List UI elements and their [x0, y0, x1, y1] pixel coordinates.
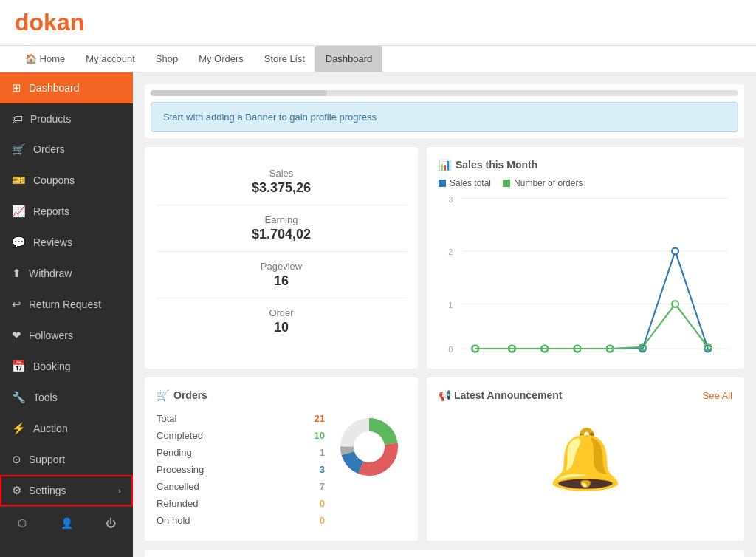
order-row-onhold: On hold 0	[157, 512, 325, 529]
sidebar-label-tools: Tools	[33, 392, 58, 403]
svg-text:02 Sep: 02 Sep	[490, 355, 514, 357]
settings-icon: ⚙	[12, 484, 21, 497]
donut-chart	[332, 410, 406, 484]
announce-icon: 📢	[439, 389, 451, 401]
order-completed-label: Completed	[157, 430, 203, 441]
stat-pageview: Pageview 16	[157, 252, 406, 298]
nav-shop[interactable]: Shop	[145, 46, 188, 72]
order-cancelled-label: Cancelled	[157, 481, 199, 492]
svg-text:1: 1	[448, 301, 453, 310]
reviews-icon: 💬	[12, 236, 26, 249]
power-icon: ⏻	[106, 517, 116, 529]
reviews-box: 💬 Reviews	[145, 550, 744, 557]
svg-text:2: 2	[448, 248, 453, 257]
nav-bar: 🏠 Home My account Shop My Orders Store L…	[0, 46, 756, 72]
sidebar-label-return: Return Request	[29, 298, 101, 310]
sidebar-item-booking[interactable]: 📅 Booking	[0, 351, 133, 382]
banner-notice: Start with adding a Banner to gain profi…	[151, 102, 738, 132]
sidebar-bottom: ⬡ 👤 ⏻	[0, 506, 133, 539]
order-processing-label: Processing	[157, 464, 204, 475]
orders-announce-row: 🛒 Orders Total 21 Completed 10	[145, 377, 744, 541]
order-row-cancelled: Cancelled 7	[157, 478, 325, 495]
chart-title: 📊 Sales this Month	[439, 159, 732, 171]
sidebar-item-coupons[interactable]: 🎫 Coupons	[0, 165, 133, 196]
stat-sales: Sales $3.375,26	[157, 159, 406, 205]
order-processing-count: 3	[320, 464, 325, 475]
orders-box-title: 🛒 Orders	[157, 389, 406, 401]
sidebar-item-dashboard[interactable]: ⊞ Dashboard	[0, 72, 133, 103]
order-onhold-label: On hold	[157, 515, 190, 526]
sidebar-item-return-request[interactable]: ↩ Return Request	[0, 289, 133, 320]
sidebar-item-reviews[interactable]: 💬 Reviews	[0, 227, 133, 258]
earning-value: $1.704,02	[157, 227, 406, 242]
svg-point-22	[672, 301, 678, 307]
order-onhold-count: 0	[320, 515, 325, 526]
sales-value: $3.375,26	[157, 180, 406, 196]
progress-track	[151, 90, 738, 96]
sidebar-power-btn[interactable]: ⏻	[89, 507, 133, 539]
see-all-link[interactable]: See All	[703, 390, 732, 401]
chart-legend: Sales total Number of orders	[439, 178, 732, 188]
main-layout: ⊞ Dashboard 🏷 Products 🛒 Orders 🎫 Coupon…	[0, 72, 756, 557]
sidebar: ⊞ Dashboard 🏷 Products 🛒 Orders 🎫 Coupon…	[0, 72, 133, 557]
svg-text:06 Sep: 06 Sep	[631, 355, 655, 357]
stats-box: Sales $3.375,26 Earning $1.704,02 Pagevi…	[145, 147, 418, 369]
sidebar-label-reports: Reports	[33, 205, 69, 217]
nav-dashboard[interactable]: Dashboard	[315, 46, 383, 72]
sidebar-label-orders: Orders	[33, 143, 65, 155]
profile-icon: 👤	[61, 517, 73, 529]
sidebar-item-withdraw[interactable]: ⬆ Withdraw	[0, 258, 133, 289]
svg-point-14	[672, 248, 678, 255]
stat-earning: Earning $1.704,02	[157, 205, 406, 252]
sidebar-item-products[interactable]: 🏷 Products	[0, 103, 133, 134]
sidebar-label-booking: Booking	[33, 360, 71, 372]
bell-area: 🔔	[439, 410, 732, 494]
sidebar-label-settings: Settings	[29, 485, 66, 496]
coupons-icon: 🎫	[12, 174, 26, 187]
followers-icon: ❤	[12, 329, 21, 342]
logo-highlight: do	[15, 9, 44, 35]
sidebar-label-reviews: Reviews	[33, 236, 72, 248]
sidebar-item-orders[interactable]: 🛒 Orders	[0, 134, 133, 165]
booking-icon: 📅	[12, 360, 26, 373]
banner-text: Start with adding a Banner to gain profi…	[163, 112, 377, 123]
order-label: Order	[157, 307, 406, 318]
svg-text:05 Sep: 05 Sep	[596, 355, 619, 357]
auction-icon: ⚡	[12, 422, 26, 435]
nav-storelist[interactable]: Store List	[254, 46, 315, 72]
sidebar-label-auction: Auction	[33, 423, 68, 434]
sidebar-item-support[interactable]: ⊙ Support	[0, 444, 133, 475]
svg-point-38	[354, 432, 384, 462]
nav-myaccount[interactable]: My account	[75, 46, 145, 72]
bell-icon: 🔔	[549, 425, 622, 494]
svg-text:3: 3	[448, 195, 453, 204]
chart-icon: 📊	[439, 159, 451, 171]
progress-container: Start with adding a Banner to gain profi…	[145, 84, 744, 138]
sidebar-item-settings[interactable]: ⚙ Settings ›	[0, 475, 133, 506]
sidebar-item-tools[interactable]: 🔧 Tools	[0, 382, 133, 413]
nav-home[interactable]: 🏠 Home	[15, 46, 75, 72]
sidebar-item-followers[interactable]: ❤ Followers	[0, 320, 133, 351]
logo: dokan	[15, 9, 741, 36]
legend-sales-total: Sales total	[439, 178, 491, 188]
announce-label: Latest Announcement	[454, 389, 563, 401]
logout-icon: ⬡	[18, 517, 27, 529]
sidebar-label-followers: Followers	[29, 329, 73, 341]
legend-orders-dot	[503, 180, 510, 187]
order-row-total: Total 21	[157, 410, 325, 427]
support-icon: ⊙	[12, 453, 21, 466]
svg-text:0: 0	[448, 346, 453, 355]
orders-list: Total 21 Completed 10 Pending 1 Proces	[157, 410, 325, 529]
sidebar-logout-btn[interactable]: ⬡	[0, 507, 44, 539]
nav-myorders[interactable]: My Orders	[188, 46, 254, 72]
dashboard-icon: ⊞	[12, 81, 21, 95]
chart-area: 3 2 1 0	[439, 194, 732, 357]
sidebar-label-dashboard: Dashboard	[29, 82, 80, 94]
sidebar-item-reports[interactable]: 📈 Reports	[0, 196, 133, 227]
sidebar-profile-btn[interactable]: 👤	[44, 507, 89, 539]
svg-text:01 Sep: 01 Sep	[456, 355, 479, 357]
main-content: Start with adding a Banner to gain profi…	[133, 72, 756, 557]
tools-icon: 🔧	[12, 391, 26, 404]
sidebar-item-auction[interactable]: ⚡ Auction	[0, 413, 133, 444]
order-refunded-count: 0	[320, 498, 325, 509]
